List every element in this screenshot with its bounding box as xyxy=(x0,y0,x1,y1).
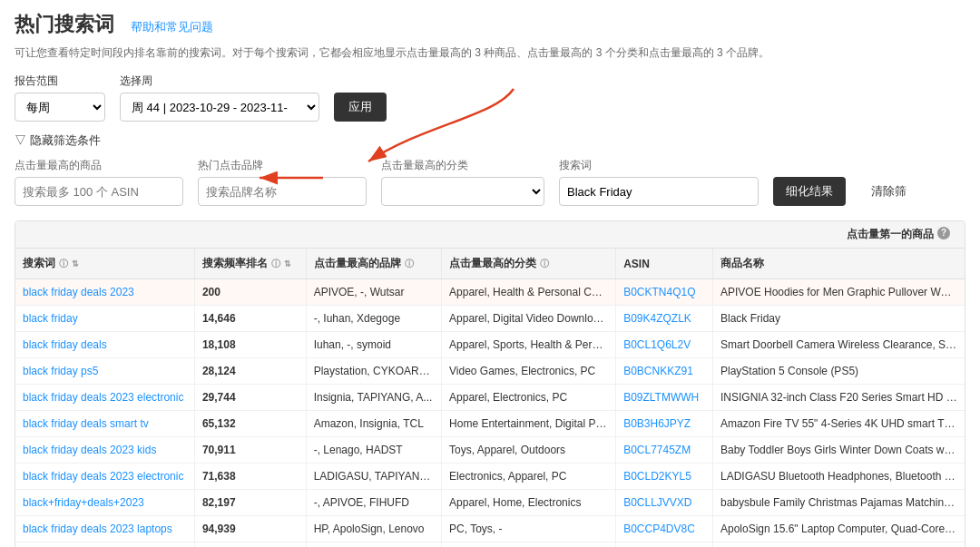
category-cell: Electronics, Apparel, PC xyxy=(442,464,616,490)
brand-filter-input[interactable] xyxy=(198,177,367,206)
brand-cell: APIVOE, -, Wutsar xyxy=(306,279,441,306)
rank-cell: 65,132 xyxy=(194,411,306,437)
category-filter-group: 点击量最高的分类 xyxy=(381,158,544,206)
keyword-filter-group: 搜索词 xyxy=(559,158,759,206)
rank-cell: 18,108 xyxy=(194,332,306,358)
report-range-label: 报告范围 xyxy=(15,73,105,89)
table-header-row: 搜索词 ⓘ ⇅ 搜索频率排名 ⓘ ⇅ 点 xyxy=(15,249,965,279)
filter-toggle[interactable]: ▽ 隐藏筛选条件 xyxy=(15,132,965,149)
product-cell: PlayStation 5 Console (PS5) xyxy=(712,358,965,385)
asin-filter-label: 点击量最高的商品 xyxy=(15,158,183,173)
brand-cell: Iuhan, -, symoid xyxy=(306,332,441,358)
product-cell: Amazon Fire TV 55" 4-Series 4K UHD smart… xyxy=(712,411,965,437)
page-title: 热门搜索词 xyxy=(15,11,114,38)
asin-cell[interactable]: B0CCP4DV8C xyxy=(616,516,713,542)
rank-cell: 14,646 xyxy=(194,306,306,332)
asin-cell[interactable]: B0CLD2KYL5 xyxy=(616,464,713,490)
keyword-filter-input[interactable] xyxy=(559,177,759,206)
table-section-header: 点击量第一的商品 ? xyxy=(15,221,965,249)
keyword-cell[interactable]: black friday deals xyxy=(15,332,194,358)
brand-filter-group: 热门点击品牌 xyxy=(198,158,367,206)
keyword-cell[interactable]: ofertas de black friday 2023 xyxy=(15,542,194,548)
table-row: black friday deals 2023 kids 70,911 -, L… xyxy=(15,437,965,464)
keyword-cell[interactable]: black friday deals 2023 electronic xyxy=(15,385,194,411)
table-row: black friday deals 2023 electronic 71,63… xyxy=(15,464,965,490)
product-cell: APIVOE Hoodies for Men Graphic Pullover … xyxy=(712,542,965,548)
brand-cell: -, Iuhan, Xdegoge xyxy=(306,306,441,332)
category-info-icon[interactable]: ⓘ xyxy=(540,258,549,270)
results-table-wrapper: 点击量第一的商品 ? 搜索词 ⓘ ⇅ 搜索频率排名 xyxy=(15,220,965,547)
product-cell: APIVOE Hoodies for Men Graphic Pullover … xyxy=(712,279,965,306)
table-row: black friday deals 2023 laptops 94,939 H… xyxy=(15,516,965,542)
table-row: ofertas de black friday 2023 136,800 -, … xyxy=(15,542,965,548)
table-row: black friday deals 18,108 Iuhan, -, symo… xyxy=(15,332,965,358)
th-brand: 点击量最高的品牌 ⓘ xyxy=(306,249,441,279)
rank-sort-icon[interactable]: ⇅ xyxy=(284,259,291,269)
results-table: 搜索词 ⓘ ⇅ 搜索频率排名 ⓘ ⇅ 点 xyxy=(15,249,965,547)
th-asin: ASIN xyxy=(616,249,713,279)
asin-cell[interactable]: B0B3H6JPYZ xyxy=(616,411,713,437)
category-cell: Apparel, Sports, Health & Personal Care xyxy=(442,332,616,358)
keyword-cell[interactable]: black+friday+deals+2023 xyxy=(15,490,194,516)
brand-cell: -, APIVOE, FIHUFD xyxy=(306,490,441,516)
product-cell: Black Friday xyxy=(712,306,965,332)
brand-cell: LADIGASU, TAPIYANG, - xyxy=(306,464,441,490)
week-select[interactable]: 周 44 | 2023-10-29 - 2023-11- xyxy=(120,93,319,122)
category-cell: Apparel, Digital Video Download, Luggage xyxy=(442,306,616,332)
category-cell: Apparel, Electronics, PC xyxy=(442,385,616,411)
asin-cell[interactable]: B09K4ZQZLK xyxy=(616,306,713,332)
section-header-info-icon[interactable]: ? xyxy=(937,227,950,239)
keyword-info-icon[interactable]: ⓘ xyxy=(59,258,68,270)
keyword-filter-label: 搜索词 xyxy=(559,158,759,173)
keyword-cell[interactable]: black friday deals 2023 laptops xyxy=(15,516,194,542)
keyword-cell[interactable]: black friday xyxy=(15,306,194,332)
product-cell: ApoloSign 15.6" Laptop Computer, Quad-Co… xyxy=(712,516,965,542)
controls-row: 报告范围 每周 选择周 周 44 | 2023-10-29 - 2023-11-… xyxy=(15,73,965,122)
asin-cell[interactable]: B0BCNKKZ91 xyxy=(616,358,713,385)
asin-cell[interactable]: B0CKTN4Q1Q xyxy=(616,279,713,306)
refine-button[interactable]: 细化结果 xyxy=(773,177,846,206)
rank-cell: 71,638 xyxy=(194,464,306,490)
product-cell: LADIGASU Bluetooth Headphones, Bluetooth… xyxy=(712,464,965,490)
report-range-select[interactable]: 每周 xyxy=(15,93,105,122)
help-link[interactable]: 帮助和常见问题 xyxy=(131,19,213,35)
category-cell: Apparel, Health & Personal Care, Toys xyxy=(442,542,616,548)
table-row: black friday deals smart tv 65,132 Amazo… xyxy=(15,411,965,437)
asin-cell[interactable]: B0CL7745ZM xyxy=(616,437,713,464)
product-cell: Baby Toddler Boys Girls Winter Down Coat… xyxy=(712,437,965,464)
category-cell: Video Games, Electronics, PC xyxy=(442,358,616,385)
rank-cell: 136,800 xyxy=(194,542,306,548)
product-cell: INSIGNIA 32-inch Class F20 Series Smart … xyxy=(712,385,965,411)
category-cell: PC, Toys, - xyxy=(442,516,616,542)
keyword-cell[interactable]: black friday deals 2023 electronic xyxy=(15,464,194,490)
week-select-label: 选择周 xyxy=(120,73,319,89)
category-filter-select[interactable] xyxy=(381,177,544,206)
table-row: black friday deals 2023 electronic 29,74… xyxy=(15,385,965,411)
keyword-cell[interactable]: black friday ps5 xyxy=(15,358,194,385)
category-cell: Toys, Apparel, Outdoors xyxy=(442,437,616,464)
page-description: 可让您查看特定时间段内排名靠前的搜索词。对于每个搜索词，它都会相应地显示点击量最… xyxy=(15,45,965,61)
rank-cell: 28,124 xyxy=(194,358,306,385)
asin-filter-input[interactable] xyxy=(15,177,183,206)
th-keyword: 搜索词 ⓘ ⇅ xyxy=(15,249,194,279)
clear-button[interactable]: 清除筛 xyxy=(860,177,917,206)
product-cell: babysbule Family Christmas Pajamas Match… xyxy=(712,490,965,516)
brand-cell: -, SMIDOW xyxy=(306,542,441,548)
asin-cell[interactable]: B0CL1Q6L2V xyxy=(616,332,713,358)
rank-info-icon[interactable]: ⓘ xyxy=(271,258,280,270)
rank-cell: 200 xyxy=(194,279,306,306)
asin-cell[interactable]: B0CLLJVVXD xyxy=(616,490,713,516)
asin-cell[interactable]: B09ZLTMWWH xyxy=(616,385,713,411)
category-cell: Home Entertainment, Digital Products 2..… xyxy=(442,411,616,437)
week-select-group: 选择周 周 44 | 2023-10-29 - 2023-11- xyxy=(120,73,319,122)
keyword-sort-icon[interactable]: ⇅ xyxy=(72,259,79,269)
asin-cell[interactable]: B0CKTN4Q1Q xyxy=(616,542,713,548)
th-category: 点击量最高的分类 ⓘ xyxy=(442,249,616,279)
keyword-cell[interactable]: black friday deals smart tv xyxy=(15,411,194,437)
brand-info-icon[interactable]: ⓘ xyxy=(405,258,414,270)
keyword-cell[interactable]: black friday deals 2023 kids xyxy=(15,437,194,464)
rank-cell: 70,911 xyxy=(194,437,306,464)
apply-button[interactable]: 应用 xyxy=(334,93,387,122)
keyword-cell[interactable]: black friday deals 2023 xyxy=(15,279,194,306)
table-row: black friday deals 2023 200 APIVOE, -, W… xyxy=(15,279,965,306)
